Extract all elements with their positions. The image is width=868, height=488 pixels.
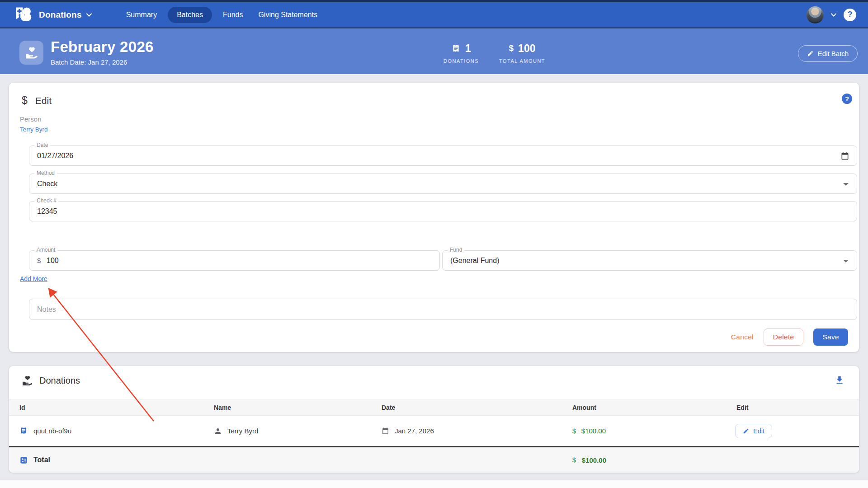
save-button[interactable]: Save xyxy=(813,328,848,346)
window-top-strip xyxy=(0,0,868,2)
chevron-down-icon xyxy=(86,13,92,17)
column-header-amount: Amount xyxy=(572,404,596,411)
fund-select[interactable]: Fund (General Fund) xyxy=(442,250,857,271)
donations-card-title: Donations xyxy=(39,375,80,386)
navbar-divider xyxy=(0,27,868,28)
caret-down-icon xyxy=(843,260,849,263)
stat-total-amount: $ 100 TOTAL AMOUNT xyxy=(493,42,552,64)
dollar-prefix: $ xyxy=(37,251,41,270)
dollar-icon: $ xyxy=(572,456,576,464)
total-amount: $100.00 xyxy=(582,456,606,464)
cancel-button[interactable]: Cancel xyxy=(731,333,754,341)
app-switcher-donations[interactable]: Donations xyxy=(39,10,92,20)
table-total-row: Total $ $100.00 xyxy=(9,447,859,473)
total-label: Total xyxy=(33,456,50,464)
notes-input[interactable] xyxy=(37,300,846,319)
bottom-strip xyxy=(0,480,868,488)
calendar-icon[interactable] xyxy=(840,151,849,160)
method-value: Check xyxy=(37,174,57,193)
dollar-icon: $ xyxy=(572,427,576,435)
batch-date: Batch Date: Jan 27, 2026 xyxy=(51,58,127,66)
add-more-link[interactable]: Add More xyxy=(20,275,47,282)
batch-title: February 2026 xyxy=(51,38,154,56)
check-number-field: Check # xyxy=(29,201,857,221)
nav-item-giving-statements[interactable]: Giving Statements xyxy=(254,7,322,23)
column-header-date: Date xyxy=(382,404,395,411)
receipt-icon xyxy=(19,427,28,435)
delete-button[interactable]: Delete xyxy=(764,328,804,346)
table-row: quuLnb-of9u Terry Byrd Jan 27, 2026 $ $1… xyxy=(9,416,859,446)
donation-id: quuLnb-of9u xyxy=(33,427,71,435)
donations-list-card: Donations Id Name Date Amount Edit quuLn… xyxy=(9,366,859,473)
nav-item-summary[interactable]: Summary xyxy=(122,7,161,23)
person-label: Person xyxy=(20,115,42,123)
column-header-edit: Edit xyxy=(736,404,748,411)
form-actions: Cancel Delete Save xyxy=(731,328,848,346)
table-header-row: Id Name Date Amount Edit xyxy=(9,399,859,416)
calculator-icon xyxy=(19,456,28,465)
donation-date: Jan 27, 2026 xyxy=(395,427,434,435)
stat-donations: 1 DONATIONS xyxy=(434,42,488,64)
pencil-icon xyxy=(807,50,814,57)
top-navbar: Donations Summary Batches Funds Giving S… xyxy=(0,0,868,27)
app-logo-icon xyxy=(14,6,33,23)
edit-batch-label: Edit Batch xyxy=(818,50,849,57)
help-icon[interactable]: ? xyxy=(842,94,852,104)
donation-name: Terry Byrd xyxy=(227,427,258,435)
stat-total-value: 100 xyxy=(518,42,535,55)
date-input[interactable] xyxy=(37,146,824,165)
receipt-icon xyxy=(451,44,461,53)
main-nav: Summary Batches Funds Giving Statements xyxy=(122,7,322,23)
download-icon[interactable] xyxy=(835,375,844,385)
hand-holding-heart-icon xyxy=(22,375,33,386)
hand-holding-heart-icon xyxy=(25,46,38,60)
nav-item-funds[interactable]: Funds xyxy=(218,7,247,23)
help-glyph: ? xyxy=(845,95,849,103)
person-icon xyxy=(214,427,222,435)
donation-amount: $100.00 xyxy=(581,427,606,435)
column-header-name: Name xyxy=(214,404,231,411)
stat-donations-value: 1 xyxy=(465,42,471,55)
caret-down-icon xyxy=(843,183,849,186)
dollar-icon: $ xyxy=(509,43,514,53)
amount-input[interactable] xyxy=(47,251,416,270)
batch-header: February 2026 Batch Date: Jan 27, 2026 1… xyxy=(0,28,868,74)
check-number-input[interactable] xyxy=(37,202,824,221)
screen: Donations Summary Batches Funds Giving S… xyxy=(0,0,868,488)
amount-field: Amount $ xyxy=(29,250,440,271)
row-edit-label: Edit xyxy=(753,427,764,435)
method-select[interactable]: Method Check xyxy=(29,174,857,194)
calendar-icon xyxy=(382,427,389,435)
row-edit-button[interactable]: Edit xyxy=(735,424,772,438)
edit-donation-card: $ Edit ? Person Terry Byrd Date Method C… xyxy=(9,83,859,352)
person-link[interactable]: Terry Byrd xyxy=(20,126,48,133)
dollar-icon: $ xyxy=(22,94,28,107)
notes-field xyxy=(29,299,857,320)
app-name: Donations xyxy=(39,10,82,20)
column-header-id: Id xyxy=(19,404,25,411)
stat-total-label: TOTAL AMOUNT xyxy=(493,58,552,64)
help-icon[interactable]: ? xyxy=(844,9,856,21)
edit-card-title-text: Edit xyxy=(35,95,52,106)
edit-batch-button[interactable]: Edit Batch xyxy=(798,45,858,62)
user-avatar[interactable] xyxy=(807,6,824,23)
donations-card-header: Donations xyxy=(22,375,80,386)
stat-donations-label: DONATIONS xyxy=(434,58,488,64)
date-field: Date xyxy=(29,145,857,166)
edit-card-title: $ Edit xyxy=(22,94,52,107)
help-glyph: ? xyxy=(848,10,853,19)
account-chevron-down-icon[interactable] xyxy=(831,13,836,17)
fund-value: (General Fund) xyxy=(450,251,500,270)
batch-icon-tile xyxy=(19,41,43,65)
pencil-icon xyxy=(743,428,749,434)
nav-item-batches[interactable]: Batches xyxy=(168,7,212,23)
